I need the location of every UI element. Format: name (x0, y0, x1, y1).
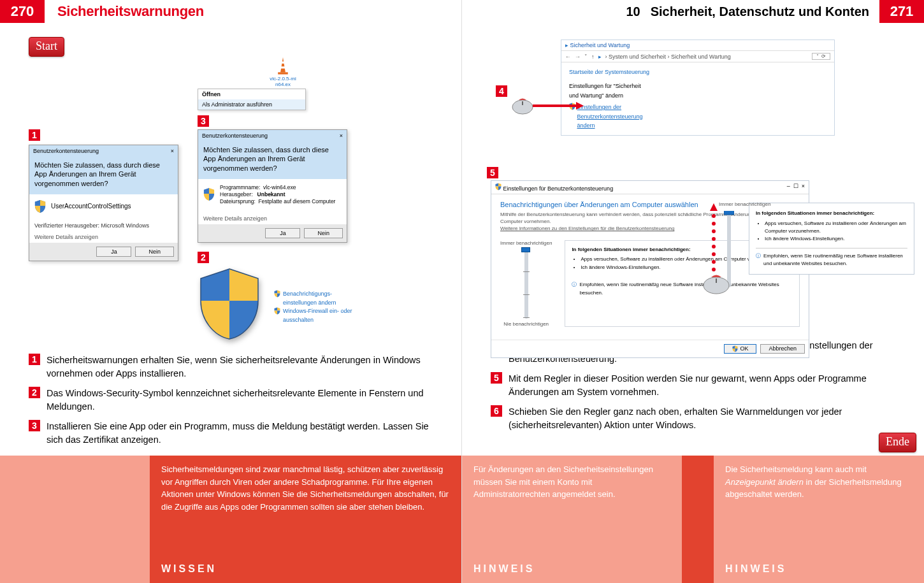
uac-slider[interactable]: Immer benachrichtigen Nie benachrichtige… (500, 240, 552, 327)
svg-point-17 (712, 260, 716, 264)
page-number: 270 (0, 0, 45, 23)
uac1-publisher: Verifizierter Herausgeber: Microsoft Win… (29, 221, 178, 231)
svg-point-15 (712, 245, 716, 248)
uac3-question: Möchten Sie zulassen, dass durch diese A… (198, 141, 347, 179)
svg-point-12 (712, 222, 716, 226)
system-control-window: ▸ Sicherheit und Wartung ← → ˅↑ ▸ › Syst… (561, 40, 835, 136)
sysctrl-link-b[interactable]: Einstellungen der Benutzerkontensteuerun… (577, 103, 654, 130)
step-badge-3: 3 (29, 420, 40, 431)
step-5-text: Mit dem Regler in dieser Position werden… (509, 372, 895, 399)
step-badge-2: 2 (29, 387, 40, 398)
page-title: Sicherheitswarnungen (45, 0, 204, 23)
flag-icon: ▸ (565, 42, 568, 48)
step-badge-5: 5 (491, 372, 502, 384)
link-notifications[interactable]: Benachrichtigungs-einstellungen ändern (283, 290, 353, 307)
uac3-src-val: Festplatte auf diesem Computer (259, 198, 336, 205)
shield-icon (34, 199, 46, 213)
uac1-yes-button[interactable]: Ja (96, 247, 131, 257)
uac1-details[interactable]: Weitere Details anzeigen (29, 231, 178, 243)
uac3-prog-val: vlc-win64.exe (263, 184, 296, 191)
ctx-open[interactable]: Öffnen (198, 89, 305, 99)
ende-button[interactable]: Ende (879, 433, 916, 452)
badge-2: 2 (198, 252, 209, 263)
page-header: 270 Sicherheitswarnungen (0, 0, 461, 23)
uac1-question: Möchten Sie zulassen, dass durch diese A… (29, 157, 178, 194)
mouse-pointer-4 (507, 94, 584, 117)
badge-3: 3 (198, 115, 209, 127)
svg-point-16 (712, 252, 716, 256)
link-firewall[interactable]: Windows-Firewall ein- oder ausschalten (283, 307, 366, 324)
page-content: Start 1 Benutzerkontensteuerung × Möchte… (0, 23, 461, 456)
step-list-left: 1Sicherheitswarnungen erhalten Sie, wenn… (29, 354, 433, 447)
hinweis2-body: Die Sicherheitsmeldung kann auch mit Anz… (725, 463, 913, 501)
svg-rect-2 (278, 72, 288, 74)
uac3-details[interactable]: Weitere Details anzeigen (198, 213, 347, 224)
zoom-b: Ich ändere Windows-Einstellungen. (765, 235, 907, 243)
uac1-program: UserAccountControlSettings (51, 203, 131, 210)
slider-recommend: Empfohlen, wenn Sie routinemäßig neue So… (579, 281, 793, 298)
page-header-right: 10 Sicherheit, Datenschutz und Konten 27… (462, 0, 924, 23)
svg-marker-7 (576, 102, 584, 110)
window-controls[interactable]: – ☐ × (787, 183, 805, 192)
info-icon: ⓘ (572, 281, 577, 298)
zoom-slider-label: Immer benachrichtigen (719, 201, 770, 208)
flag-icon: ▸ (598, 54, 602, 60)
mouse-pointer-6 (698, 269, 734, 296)
close-icon[interactable]: × (171, 148, 174, 154)
uac3-yes-button[interactable]: Ja (265, 228, 300, 238)
svg-rect-9 (724, 211, 734, 215)
zoom-title: In folgenden Situationen immer benachric… (756, 210, 874, 216)
wissen-body: Sicherheitsmeldungen sind zwar manchmal … (161, 463, 450, 513)
page-270: 270 Sicherheitswarnungen Start 1 Benutze… (0, 0, 462, 583)
svg-rect-20 (716, 278, 717, 283)
ok-button[interactable]: OK (724, 344, 756, 354)
start-button[interactable]: Start (29, 37, 64, 57)
page-footer-left: Sicherheitsmeldungen sind zwar manchmal … (0, 456, 461, 583)
forward-icon[interactable]: → (575, 54, 581, 60)
uac3-prog-label: Programmname: (220, 184, 260, 191)
step-2-text: Das Windows-Security-Symbol kennzeichnet… (47, 387, 433, 414)
svg-rect-0 (281, 62, 284, 64)
uac3-no-button[interactable]: Nein (304, 228, 343, 238)
hinweis2-title: HINWEIS (725, 561, 786, 577)
chapter-title: 10 Sicherheit, Datenschutz und Konten (462, 0, 879, 23)
sysctrl-breadcrumb[interactable]: › System und Sicherheit › Sicherheit und… (605, 54, 731, 60)
svg-point-13 (712, 229, 716, 233)
svg-point-11 (712, 214, 716, 218)
sysctrl-nav-bar: ← → ˅↑ ▸ › System und Sicherheit › Siche… (561, 50, 834, 62)
page-number: 271 (879, 0, 924, 23)
shield-icon (274, 290, 280, 298)
security-link-list: Benachrichtigungs-einstellungen ändern W… (274, 290, 366, 324)
slider-label-top: Immer benachrichtigen (500, 240, 552, 246)
page-content-right: ▸ Sicherheit und Wartung ← → ˅↑ ▸ › Syst… (462, 23, 924, 456)
page-footer-right: Für Änderungen an den Sicherheitseinstel… (462, 456, 924, 583)
zoom-a: Apps versuchen, Software zu installieren… (765, 220, 907, 235)
ctx-run-as-admin[interactable]: Als Administrator ausführen (198, 99, 305, 110)
uac3-src-label: Dateiursprung: (220, 198, 256, 205)
uacset-window-title: Einstellungen für Benutzerkontensteuerun… (503, 185, 614, 192)
back-icon[interactable]: ← (565, 54, 571, 60)
sysctrl-home-link[interactable]: Startseite der Systemsteuerung (569, 68, 827, 76)
cancel-button[interactable]: Abbrechen (760, 344, 805, 354)
uac-dialog-3: Benutzerkontensteuerung × Möchten Sie zu… (198, 129, 347, 243)
uac3-pub-label: Herausgeber: (220, 191, 253, 198)
uac-dialog-1: Benutzerkontensteuerung × Möchten Sie zu… (29, 145, 178, 261)
slider-label-bottom: Nie benachrichtigen (503, 321, 549, 327)
uac-zoom-panel: Immer benachrichtigen In folgenden Situa… (749, 203, 914, 275)
step-1-text: Sicherheitswarnungen erhalten Sie, wenn … (47, 354, 433, 380)
vlc-file-icon[interactable]: vlc-2.0.5-mi n64.ex (200, 55, 366, 87)
info-icon: ⓘ (756, 252, 761, 268)
hinweis1-title: HINWEIS (473, 561, 535, 577)
close-icon[interactable]: × (340, 133, 343, 139)
uac1-titlebar: Benutzerkontensteuerung (33, 148, 99, 154)
step-badge-6: 6 (491, 405, 502, 417)
vlc-filename-2: n64.ex (275, 82, 291, 87)
chapter-name: Sicherheit, Datenschutz und Konten (651, 4, 869, 19)
svg-rect-5 (522, 101, 523, 105)
svg-rect-1 (280, 66, 285, 68)
uac3-titlebar: Benutzerkontensteuerung (202, 133, 268, 139)
uac1-no-button[interactable]: Nein (135, 247, 174, 257)
chapter-number: 10 (626, 4, 640, 19)
shield-icon (203, 187, 215, 201)
step-badge-1: 1 (29, 354, 40, 365)
